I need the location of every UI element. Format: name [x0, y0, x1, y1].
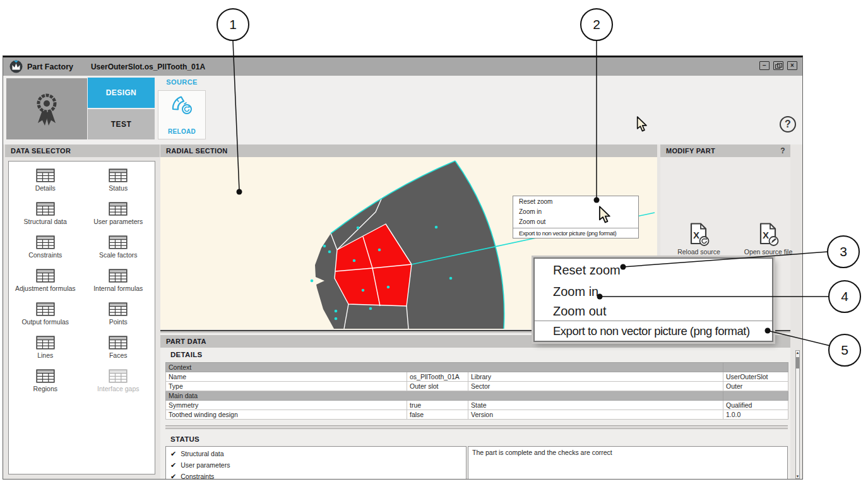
open-source-file-icon: X — [758, 223, 779, 247]
help-icon: ? — [785, 119, 791, 130]
data-selector-item-label: Regions — [33, 385, 57, 392]
modify-part-title: MODIFY PART — [666, 147, 715, 155]
status-message-box: The part is complete and the checks are … — [468, 446, 788, 480]
toolbar: DESIGN TEST SOURCE RELOAD ? — [3, 76, 802, 144]
part-sector-body[interactable] — [315, 161, 504, 329]
data-selector-item-label: Internal formulas — [93, 285, 143, 292]
data-selector-title: DATA SELECTOR — [11, 147, 71, 155]
data-selector-item-label: Structural data — [24, 218, 67, 225]
modify-part-help-icon[interactable]: ? — [780, 146, 785, 155]
page: Part Factory UserOuterSlot.os_PllTooth_0… — [0, 0, 868, 489]
reload-source-button[interactable]: RELOAD — [158, 90, 206, 139]
table-row: Context — [166, 363, 788, 372]
menu-item-zoom-out[interactable]: Zoom out — [535, 302, 772, 321]
data-selector-item-constraints[interactable]: Constraints — [9, 233, 82, 267]
table-row: Symmetrytrue StateQualified — [166, 401, 788, 410]
callout-1: 1 — [217, 8, 249, 41]
data-selector-item-label: Faces — [109, 351, 128, 359]
data-selector-item-user-parameters[interactable]: User parameters — [82, 200, 155, 233]
status-check-label: Structural data — [181, 448, 223, 459]
help-button[interactable]: ? — [780, 116, 796, 133]
status-check-label: User parameters — [181, 459, 230, 471]
callout-4: 4 — [828, 280, 861, 313]
table-icon — [36, 202, 55, 216]
radial-section-header: RADIAL SECTION — [160, 144, 657, 157]
document-title: UserOuterSlot.os_PllTooth_01A — [91, 62, 205, 71]
data-selector-panel: Details Status Structural data User para… — [8, 161, 155, 474]
details-status-divider — [165, 425, 788, 429]
data-selector-item-label: Constraints — [28, 251, 62, 259]
tab-design[interactable]: DESIGN — [88, 78, 155, 108]
data-selector-item-scale-factors[interactable]: Scale factors — [82, 233, 155, 267]
table-icon — [109, 369, 128, 383]
data-selector-item-output-formulas[interactable]: Output formulas — [9, 300, 82, 334]
close-icon: × — [790, 62, 794, 69]
table-icon — [36, 302, 55, 316]
details-table: Context Nameos_PllTooth_01A LibraryUserO… — [165, 362, 788, 420]
data-selector-header: DATA SELECTOR — [5, 144, 160, 157]
scrollbar-thumb[interactable] — [796, 357, 799, 368]
svg-text:X: X — [763, 230, 769, 240]
scroll-up-icon[interactable]: ▲ — [794, 351, 801, 355]
reload-button-label: RELOAD — [168, 128, 196, 135]
data-selector-item-points[interactable]: Points — [82, 300, 155, 334]
close-button[interactable]: × — [787, 61, 797, 70]
menu-item-reset-zoom[interactable]: Reset zoom — [535, 259, 772, 281]
open-source-file-button[interactable]: X Open source file — [738, 223, 799, 256]
restore-button[interactable] — [773, 61, 783, 70]
data-selector-item-label: Details — [35, 184, 56, 192]
data-selector-item-label: Adjustment formulas — [15, 285, 76, 292]
data-selector-item-details[interactable]: Details — [9, 167, 82, 200]
table-icon — [36, 269, 55, 283]
data-selector-item-label: Status — [109, 184, 128, 192]
data-selector-item-structural-data[interactable]: Structural data — [9, 200, 82, 233]
data-selector-item-lines[interactable]: Lines — [9, 334, 82, 367]
menu-item-zoom-in[interactable]: Zoom in — [535, 281, 772, 302]
table-icon — [36, 168, 55, 182]
minimize-button[interactable]: − — [759, 61, 770, 70]
reload-part-icon — [170, 95, 193, 115]
menu-item-export-png[interactable]: Export to non vector picture (png format… — [535, 321, 772, 341]
svg-text:X: X — [693, 230, 699, 240]
callout-3: 3 — [827, 235, 860, 268]
data-selector-item-faces[interactable]: Faces — [82, 334, 155, 367]
data-selector-item-status[interactable]: Status — [82, 167, 155, 200]
check-icon: ✔ — [170, 448, 176, 459]
table-row: Toothed winding designfalse Version1.0.0 — [166, 410, 788, 420]
source-group-label: SOURCE — [156, 78, 208, 86]
table-row: Main data — [166, 391, 788, 401]
part-data-scrollbar[interactable]: ▲ ▼ — [794, 350, 801, 479]
data-selector-item-adjustment-formulas[interactable]: Adjustment formulas — [9, 267, 82, 300]
context-menu: Reset zoom Zoom in Zoom out Export to no… — [513, 196, 639, 239]
reload-source-button[interactable]: X Reload source — [669, 223, 729, 256]
app-name: Part Factory — [27, 62, 73, 71]
data-selector-item-internal-formulas[interactable]: Internal formulas — [82, 267, 155, 300]
status-check-list: ✔ Structural data ✔ User parameters ✔ Co… — [165, 446, 467, 480]
table-icon — [109, 202, 128, 216]
window-controls: − × — [759, 61, 797, 70]
scrollbar-track[interactable] — [795, 350, 800, 479]
title-bar[interactable]: Part Factory UserOuterSlot.os_PllTooth_0… — [3, 57, 802, 76]
menu-item-zoom-in[interactable]: Zoom in — [513, 207, 638, 217]
reload-source-icon: X — [688, 223, 710, 247]
tab-test[interactable]: TEST — [88, 109, 155, 139]
menu-item-reset-zoom[interactable]: Reset zoom — [513, 196, 638, 207]
menu-item-export-png[interactable]: Export to non vector picture (png format… — [513, 228, 638, 239]
app-logo-icon — [9, 60, 23, 73]
data-selector-item-regions[interactable]: Regions — [9, 367, 82, 401]
status-message: The part is complete and the checks are … — [468, 447, 787, 458]
table-icon — [109, 336, 128, 350]
table-row: Nameos_PllTooth_01A LibraryUserOuterSlot — [166, 372, 788, 382]
status-check-label: Constraints — [181, 471, 214, 480]
data-selector-item-label: Points — [109, 318, 128, 326]
menu-item-zoom-out[interactable]: Zoom out — [513, 217, 638, 227]
details-heading: DETAILS — [170, 351, 202, 358]
open-source-file-label: Open source file — [744, 248, 792, 256]
callout-number: 1 — [229, 17, 237, 32]
scroll-down-icon[interactable]: ▼ — [794, 474, 801, 478]
certification-button[interactable] — [6, 78, 87, 139]
data-selector-item-label: Interface gaps — [97, 385, 140, 392]
list-item: ✔ User parameters — [166, 459, 466, 471]
table-icon — [36, 369, 55, 383]
table-icon — [36, 235, 55, 249]
